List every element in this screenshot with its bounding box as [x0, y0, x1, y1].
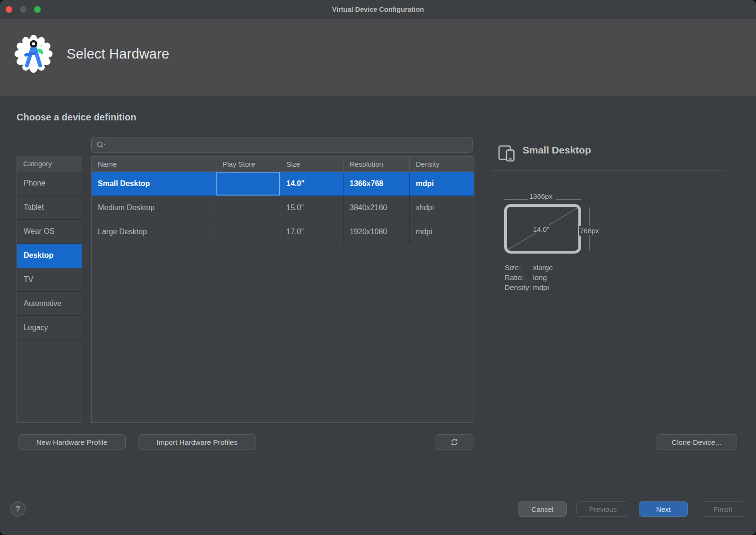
refresh-button[interactable]	[435, 434, 473, 450]
new-hardware-profile-button[interactable]: New Hardware Profile	[18, 434, 126, 450]
category-table: Category Phone Tablet Wear OS Desktop TV…	[17, 156, 82, 423]
category-item-tablet[interactable]: Tablet	[17, 195, 82, 220]
category-header: Category	[17, 156, 82, 171]
width-dimension-label: 1366px	[529, 192, 552, 200]
next-button[interactable]: Next	[639, 501, 688, 517]
width-dimension-line-left	[504, 199, 528, 200]
cell-resolution[interactable]: 1920x1080	[344, 220, 410, 244]
close-button[interactable]	[6, 6, 12, 13]
cancel-button[interactable]: Cancel	[518, 501, 567, 517]
cell-resolution[interactable]: 3840x2160	[344, 196, 410, 220]
category-item-legacy[interactable]: Legacy	[17, 316, 82, 340]
column-header-name[interactable]: Name	[92, 157, 216, 172]
diagonal-size-label: 14.0"	[531, 225, 551, 233]
category-item-tv[interactable]: TV	[17, 268, 82, 292]
cell-play-store[interactable]	[216, 172, 280, 196]
device-row-medium-desktop[interactable]: Medium Desktop 15.0" 3840x2160 xhdpi	[92, 196, 474, 220]
category-item-phone[interactable]: Phone	[17, 171, 82, 195]
zoom-button[interactable]	[34, 6, 41, 13]
cell-size[interactable]: 14.0"	[280, 172, 344, 196]
section-heading: Choose a device definition	[17, 112, 136, 123]
detail-panel-title: Small Desktop	[523, 144, 591, 156]
cell-size[interactable]: 15.0"	[280, 196, 344, 220]
detail-divider	[491, 170, 725, 170]
cell-name[interactable]: Medium Desktop	[92, 196, 216, 220]
cell-play-store[interactable]	[216, 220, 280, 244]
clone-device-button[interactable]: Clone Device...	[656, 434, 737, 450]
column-header-density[interactable]: Density	[410, 157, 474, 172]
wizard-header: Select Hardware	[0, 19, 756, 96]
device-row-large-desktop[interactable]: Large Desktop 17.0" 1920x1080 mdpi	[92, 220, 474, 244]
category-item-automotive[interactable]: Automotive	[17, 292, 82, 316]
minimize-button[interactable]	[20, 6, 26, 13]
spec-density: Density: mdpi	[505, 282, 553, 292]
device-specs: Size: xlarge Ratio: long Density: mdpi	[505, 263, 553, 292]
finish-button[interactable]: Finish	[701, 501, 745, 517]
spec-size: Size: xlarge	[505, 263, 553, 272]
column-header-play-store[interactable]: Play Store	[216, 157, 280, 172]
spec-ratio-value: long	[533, 272, 547, 282]
previous-button[interactable]: Previous	[576, 501, 629, 517]
category-item-wear-os[interactable]: Wear OS	[17, 220, 82, 244]
search-icon[interactable]	[96, 141, 106, 149]
category-item-desktop[interactable]: Desktop	[17, 244, 82, 268]
cell-play-store[interactable]	[216, 196, 280, 220]
device-row-small-desktop[interactable]: Small Desktop 14.0" 1366x768 mdpi	[92, 172, 474, 196]
devices-icon	[498, 144, 517, 162]
cell-name[interactable]: Small Desktop	[92, 172, 216, 196]
category-panel-filler	[17, 340, 82, 422]
page-title: Select Hardware	[67, 46, 169, 62]
device-definition-table: Name Play Store Size Resolution Density …	[91, 156, 474, 423]
device-search-field[interactable]	[91, 137, 473, 153]
cell-density[interactable]: mdpi	[410, 172, 474, 196]
help-button[interactable]: ?	[10, 501, 26, 517]
refresh-icon	[450, 438, 459, 447]
cell-density[interactable]: mdpi	[410, 220, 474, 244]
cell-name[interactable]: Large Desktop	[92, 220, 216, 244]
search-input[interactable]	[107, 141, 468, 149]
height-dimension-label: 768px	[579, 226, 600, 236]
column-header-resolution[interactable]: Resolution	[344, 157, 410, 172]
android-studio-icon	[14, 34, 53, 73]
width-dimension-line-right	[556, 199, 581, 200]
table-empty-area	[92, 244, 474, 422]
cell-density[interactable]: xhdpi	[410, 196, 474, 220]
spec-ratio: Ratio: long	[505, 272, 553, 282]
spec-size-value: xlarge	[533, 263, 553, 272]
titlebar: Virtual Device Configuration	[0, 0, 756, 19]
window-title: Virtual Device Configuration	[332, 6, 424, 13]
table-header-row: Name Play Store Size Resolution Density	[92, 157, 474, 172]
column-header-size[interactable]: Size	[280, 157, 344, 172]
spec-density-value: mdpi	[533, 282, 549, 292]
cell-size[interactable]: 17.0"	[280, 220, 344, 244]
virtual-device-configuration-dialog: Virtual Device Configuration	[0, 0, 756, 535]
cell-resolution[interactable]: 1366x768	[344, 172, 410, 196]
import-hardware-profiles-button[interactable]: Import Hardware Profiles	[138, 434, 256, 450]
